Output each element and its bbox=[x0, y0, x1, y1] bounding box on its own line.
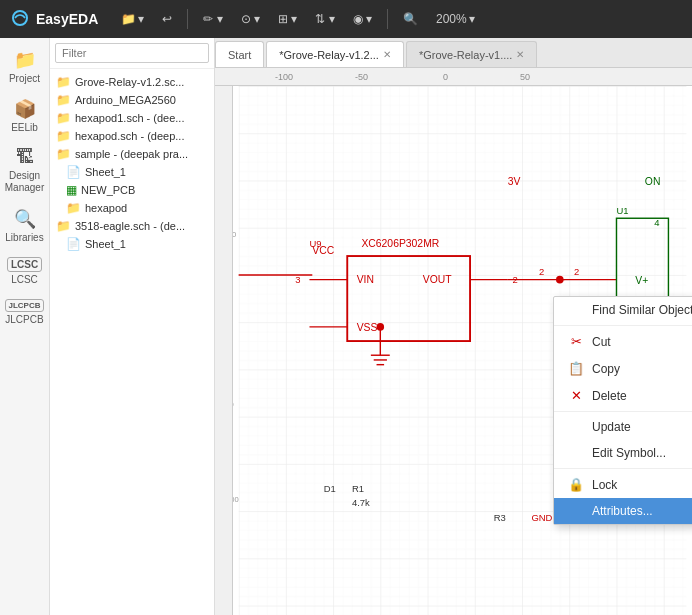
design-manager-icon: 🏗 bbox=[16, 147, 34, 168]
filter-input[interactable] bbox=[55, 43, 209, 63]
ctx-cut[interactable]: ✂ Cut bbox=[554, 328, 692, 355]
eelib-icon: 📦 bbox=[14, 98, 36, 120]
canvas-area: Start *Grove-Relay-v1.2... ✕ *Grove-Rela… bbox=[215, 38, 692, 615]
tree-item-label: Sheet_1 bbox=[85, 166, 126, 178]
tree-item-label: Arduino_MEGA2560 bbox=[75, 94, 176, 106]
svg-text:R1: R1 bbox=[352, 483, 364, 494]
folder-icon: 📁 bbox=[56, 219, 71, 233]
tree-item-label: Sheet_1 bbox=[85, 238, 126, 250]
zoom-dropdown-icon: ▾ bbox=[469, 12, 475, 26]
ctx-find-similar-label: Find Similar Objects... bbox=[592, 303, 692, 317]
ctx-delete[interactable]: ✕ Delete bbox=[554, 382, 692, 409]
svg-text:VOUT: VOUT bbox=[423, 274, 452, 285]
draw-button[interactable]: ✏ ▾ bbox=[198, 10, 227, 28]
list-item[interactable]: 📁 hexapod bbox=[50, 199, 214, 217]
svg-text:3V: 3V bbox=[508, 176, 521, 187]
sidebar-label-lcsc: LCSC bbox=[11, 274, 38, 285]
svg-text:GND: GND bbox=[531, 512, 552, 523]
undo-button[interactable]: ↩ bbox=[157, 10, 177, 28]
ruler-50: 50 bbox=[520, 72, 530, 82]
view-button[interactable]: ◉ ▾ bbox=[348, 10, 377, 28]
pcb-icon: ▦ bbox=[66, 183, 77, 197]
libraries-icon: 🔍 bbox=[14, 208, 36, 230]
list-item[interactable]: 📁 hexapod1.sch - (dee... bbox=[50, 109, 214, 127]
tree-item-label: 3518-eagle.sch - (de... bbox=[75, 220, 185, 232]
svg-text:V+: V+ bbox=[635, 275, 648, 286]
folder-icon: 📁 bbox=[56, 93, 71, 107]
sidebar-item-design-manager[interactable]: 🏗 Design Manager bbox=[2, 141, 48, 200]
sidebar-label-libraries: Libraries bbox=[5, 232, 43, 243]
sidebar-label-eelib: EELib bbox=[11, 122, 38, 133]
zoom-button[interactable]: 🔍 bbox=[398, 10, 423, 28]
folder-icon: 📁 bbox=[66, 201, 81, 215]
list-item[interactable]: 📄 Sheet_1 bbox=[50, 235, 214, 253]
schematic-canvas[interactable]: -100 -50 0 50 bbox=[215, 68, 692, 615]
tab-grove-relay2[interactable]: *Grove-Relay-v1.... ✕ bbox=[406, 41, 538, 67]
svg-text:XC6206P302MR: XC6206P302MR bbox=[361, 238, 439, 249]
ctx-find-similar[interactable]: Find Similar Objects... bbox=[554, 297, 692, 323]
tab-grove-relay-label: *Grove-Relay-v1.2... bbox=[279, 49, 379, 61]
ctx-edit-symbol-label: Edit Symbol... bbox=[592, 446, 666, 460]
list-item[interactable]: 📄 Sheet_1 bbox=[50, 163, 214, 181]
ctx-update[interactable]: Update bbox=[554, 414, 692, 440]
lcsc-logo: LCSC bbox=[7, 257, 42, 272]
toolbar: EasyEDA 📁 ▾ ↩ ✏ ▾ ⊙ ▾ ⊞ ▾ ⇅ ▾ ◉ ▾ 🔍 200%… bbox=[0, 0, 692, 38]
folder-icon: 📁 bbox=[56, 111, 71, 125]
svg-text:VIN: VIN bbox=[357, 274, 374, 285]
ctx-copy-label: Copy bbox=[592, 362, 620, 376]
undo-icon: ↩ bbox=[162, 12, 172, 26]
svg-text:2: 2 bbox=[574, 266, 579, 277]
ctx-separator2 bbox=[554, 411, 692, 412]
cut-icon: ✂ bbox=[568, 334, 584, 349]
sidebar-item-libraries[interactable]: 🔍 Libraries bbox=[2, 202, 48, 249]
schematic-drawing[interactable]: VIN VSS VOUT XC6206P302MR U9 3 2 VCC bbox=[233, 86, 692, 615]
tree-item-label: hexapod1.sch - (dee... bbox=[75, 112, 184, 124]
tree-item-label: NEW_PCB bbox=[81, 184, 135, 196]
sidebar-item-eelib[interactable]: 📦 EELib bbox=[2, 92, 48, 139]
svg-text:3: 3 bbox=[295, 274, 300, 285]
ruler-0: 0 bbox=[443, 72, 448, 82]
ctx-edit-symbol[interactable]: Edit Symbol... bbox=[554, 440, 692, 466]
copy-icon: 📋 bbox=[568, 361, 584, 376]
svg-text:U1: U1 bbox=[616, 205, 628, 216]
tab-close-icon2[interactable]: ✕ bbox=[516, 49, 524, 60]
jlcpcb-logo: JLCPCB bbox=[5, 299, 43, 312]
sidebar-item-project[interactable]: 📁 Project bbox=[2, 43, 48, 90]
list-item[interactable]: ▦ NEW_PCB bbox=[50, 181, 214, 199]
ctx-separator3 bbox=[554, 468, 692, 469]
project-icon: 📁 bbox=[14, 49, 36, 71]
tab-bar: Start *Grove-Relay-v1.2... ✕ *Grove-Rela… bbox=[215, 38, 692, 68]
tab-grove-relay[interactable]: *Grove-Relay-v1.2... ✕ bbox=[266, 41, 404, 67]
tab-close-icon[interactable]: ✕ bbox=[383, 49, 391, 60]
ctx-delete-label: Delete bbox=[592, 389, 627, 403]
zoom-icon: 🔍 bbox=[403, 12, 418, 26]
svg-text:-100: -100 bbox=[233, 495, 239, 504]
wire-button[interactable]: ⊞ ▾ bbox=[273, 10, 302, 28]
sidebar-item-lcsc[interactable]: LCSC LCSC bbox=[2, 251, 48, 291]
place-button[interactable]: ⊙ ▾ bbox=[236, 10, 265, 28]
tab-start[interactable]: Start bbox=[215, 41, 264, 67]
layout-button[interactable]: ⇅ ▾ bbox=[310, 10, 339, 28]
ctx-attributes-label: Attributes... bbox=[592, 504, 653, 518]
delete-icon: ✕ bbox=[568, 388, 584, 403]
ctx-attributes[interactable]: Attributes... bbox=[554, 498, 692, 524]
tab-grove-relay2-label: *Grove-Relay-v1.... bbox=[419, 49, 513, 61]
list-item[interactable]: 📁 Grove-Relay-v1.2.sc... bbox=[50, 73, 214, 91]
list-item[interactable]: 📁 Arduino_MEGA2560 bbox=[50, 91, 214, 109]
file-menu-button[interactable]: 📁 ▾ bbox=[116, 10, 149, 28]
sheet-icon: 📄 bbox=[66, 237, 81, 251]
svg-text:VCC: VCC bbox=[312, 245, 334, 256]
ruler-neg100: -100 bbox=[275, 72, 293, 82]
ctx-lock[interactable]: 🔒 Lock bbox=[554, 471, 692, 498]
svg-point-34 bbox=[377, 323, 385, 331]
ruler-vertical bbox=[215, 86, 233, 615]
ctx-copy[interactable]: 📋 Copy bbox=[554, 355, 692, 382]
folder-icon: 📁 bbox=[56, 129, 71, 143]
list-item[interactable]: 📁 3518-eagle.sch - (de... bbox=[50, 217, 214, 235]
svg-text:2: 2 bbox=[539, 266, 544, 277]
zoom-value-button[interactable]: 200% ▾ bbox=[431, 10, 480, 28]
sidebar-item-jlcpcb[interactable]: JLCPCB JLCPCB bbox=[2, 293, 48, 331]
svg-text:-50: -50 bbox=[233, 230, 236, 239]
list-item[interactable]: 📁 hexapod.sch - (deep... bbox=[50, 127, 214, 145]
list-item[interactable]: 📁 sample - (deepak pra... bbox=[50, 145, 214, 163]
